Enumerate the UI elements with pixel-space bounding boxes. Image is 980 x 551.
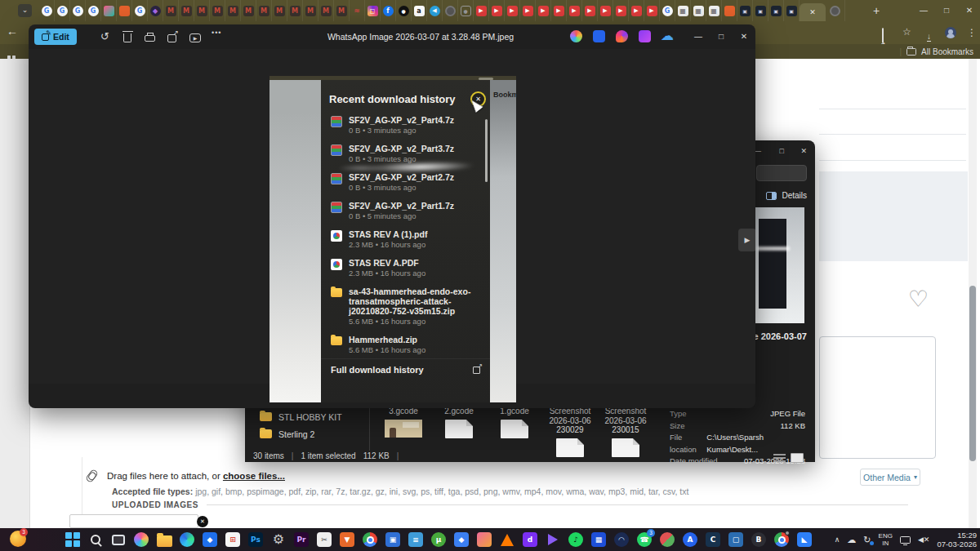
- browser-tab[interactable]: ▣: [753, 0, 768, 21]
- explorer-close-button[interactable]: ✕: [800, 147, 807, 155]
- taskbar-app-icon[interactable]: ◆: [201, 531, 219, 549]
- edit-button[interactable]: Edit: [34, 29, 77, 45]
- sidebar-folder[interactable]: Sterling 2: [260, 425, 342, 442]
- edge-icon[interactable]: [178, 531, 196, 549]
- browser-tab[interactable]: ◆: [148, 0, 163, 21]
- browser-tab[interactable]: ▶: [629, 0, 644, 21]
- file-tile[interactable]: Screenshot 2026-03-06 230029: [542, 407, 598, 457]
- photos-minimize-button[interactable]: —: [687, 24, 710, 49]
- browser-tab[interactable]: M: [225, 0, 241, 21]
- taskbar-app-icon[interactable]: d: [521, 531, 539, 549]
- browser-tab[interactable]: ▦: [691, 0, 706, 21]
- browser-tab[interactable]: ▶: [582, 0, 598, 21]
- taskbar-app-icon[interactable]: ▣: [384, 531, 402, 549]
- browser-tab[interactable]: [117, 0, 132, 21]
- taskbar-app-icon[interactable]: ◆: [452, 531, 470, 549]
- app-icon[interactable]: [475, 531, 493, 549]
- photos-maximize-button[interactable]: □: [710, 24, 733, 49]
- comment-textarea[interactable]: [819, 336, 936, 459]
- start-button[interactable]: [64, 531, 82, 549]
- taskbar-app-icon[interactable]: B: [750, 531, 768, 549]
- browser-tab[interactable]: ▶: [489, 0, 505, 21]
- slideshow-button[interactable]: ▶: [189, 30, 201, 42]
- large-icons-view-icon[interactable]: [791, 453, 804, 463]
- share-button[interactable]: [167, 30, 176, 42]
- uploaded-image-thumbnail[interactable]: [69, 514, 198, 528]
- browser-tab[interactable]: M: [256, 0, 272, 21]
- browser-tab[interactable]: ●: [396, 0, 412, 21]
- language-indicator[interactable]: ENGIN: [879, 532, 893, 547]
- taskbar-app-icon[interactable]: C: [704, 531, 722, 549]
- browser-tab[interactable]: ◀: [427, 0, 443, 21]
- taskbar-app-icon[interactable]: µ: [430, 531, 448, 549]
- sync-tray-icon[interactable]: ↻: [863, 535, 871, 545]
- taskbar-app-icon[interactable]: ▼: [338, 531, 356, 549]
- explorer-maximize-button[interactable]: □: [780, 147, 784, 155]
- taskbar-app-icon[interactable]: ▦: [590, 531, 608, 549]
- browser-tab[interactable]: M: [272, 0, 287, 21]
- taskbar-app-icon[interactable]: ≡: [407, 531, 425, 549]
- browser-tab[interactable]: ▶: [505, 0, 520, 21]
- browser-tab[interactable]: ◻: [365, 0, 381, 21]
- browser-tab[interactable]: M: [303, 0, 318, 21]
- back-button[interactable]: ←: [7, 24, 18, 38]
- clock[interactable]: 15:2907-03-2026: [937, 531, 977, 549]
- sidebar-folder[interactable]: STL HOBBY KIT: [260, 408, 342, 425]
- tray-overflow-chevron[interactable]: ∧: [835, 535, 840, 544]
- taskbar-app-icon[interactable]: ✂: [315, 531, 333, 549]
- page-scrollbar-thumb[interactable]: [969, 286, 976, 461]
- browser-tab[interactable]: ▶: [520, 0, 536, 21]
- print-button[interactable]: [145, 30, 155, 42]
- remove-upload-button[interactable]: ✕: [197, 516, 208, 527]
- browser-tab[interactable]: G: [39, 0, 55, 21]
- taskbar-search-icon[interactable]: [87, 531, 105, 549]
- visual-search-app-icon[interactable]: [570, 30, 582, 42]
- browser-tab[interactable]: f: [381, 0, 396, 21]
- file-explorer-icon[interactable]: [155, 531, 173, 549]
- browser-tab[interactable]: M: [179, 0, 194, 21]
- browser-tab[interactable]: ▶: [474, 0, 489, 21]
- browser-tab[interactable]: [443, 0, 458, 21]
- copilot-icon[interactable]: [132, 531, 150, 549]
- taskbar-app-icon[interactable]: Pr: [292, 531, 310, 549]
- browser-tab[interactable]: ▦: [675, 0, 691, 21]
- volume-muted-icon[interactable]: ◀✕: [918, 535, 929, 544]
- browser-menu-icon[interactable]: ⋮: [967, 27, 977, 38]
- browser-tab[interactable]: M: [241, 0, 256, 21]
- browser-tab[interactable]: ▶: [567, 0, 582, 21]
- file-preview-thumbnail[interactable]: [752, 207, 804, 323]
- edit-app-icon[interactable]: [593, 30, 605, 42]
- browser-tab[interactable]: [826, 0, 845, 21]
- more-options-button[interactable]: •••: [212, 29, 221, 37]
- browser-tab[interactable]: ≈: [350, 0, 365, 21]
- browser-tab[interactable]: G: [70, 0, 86, 21]
- active-tab[interactable]: ✕: [800, 3, 826, 21]
- photos-close-button[interactable]: ✕: [733, 24, 755, 49]
- onedrive-icon[interactable]: ☁: [661, 30, 673, 42]
- favorite-heart-button[interactable]: ♡: [908, 286, 929, 313]
- settings-icon[interactable]: ⚙: [270, 531, 287, 549]
- file-tile[interactable]: Screenshot 2026-03-06 230015: [598, 407, 653, 457]
- browser-tab[interactable]: a: [412, 0, 427, 21]
- taskbar-app-icon[interactable]: A: [681, 531, 699, 549]
- browser-tab[interactable]: G: [55, 0, 70, 21]
- vlc-icon[interactable]: [498, 531, 516, 549]
- app-icon[interactable]: [658, 531, 676, 549]
- explorer-search-input[interactable]: [756, 165, 807, 181]
- onedrive-tray-icon[interactable]: ☁: [847, 535, 856, 545]
- new-tab-button[interactable]: +: [869, 3, 884, 18]
- choose-files-link[interactable]: choose files...: [223, 471, 285, 481]
- browser-tab[interactable]: ▣: [768, 0, 784, 21]
- chrome-icon[interactable]: [773, 531, 791, 549]
- file-tile[interactable]: 1.gcode: [487, 407, 542, 457]
- next-photo-button[interactable]: ▶: [738, 229, 755, 251]
- browser-tab[interactable]: ▶: [644, 0, 660, 21]
- browser-tab[interactable]: M: [334, 0, 350, 21]
- browser-tab[interactable]: G: [660, 0, 675, 21]
- media-player-icon[interactable]: [544, 531, 562, 549]
- browser-tab[interactable]: G: [132, 0, 148, 21]
- taskbar-app-icon[interactable]: ▢: [727, 531, 745, 549]
- profile-avatar[interactable]: [945, 27, 956, 38]
- browser-tab[interactable]: [101, 0, 117, 21]
- browser-maximize-button[interactable]: □: [936, 0, 957, 21]
